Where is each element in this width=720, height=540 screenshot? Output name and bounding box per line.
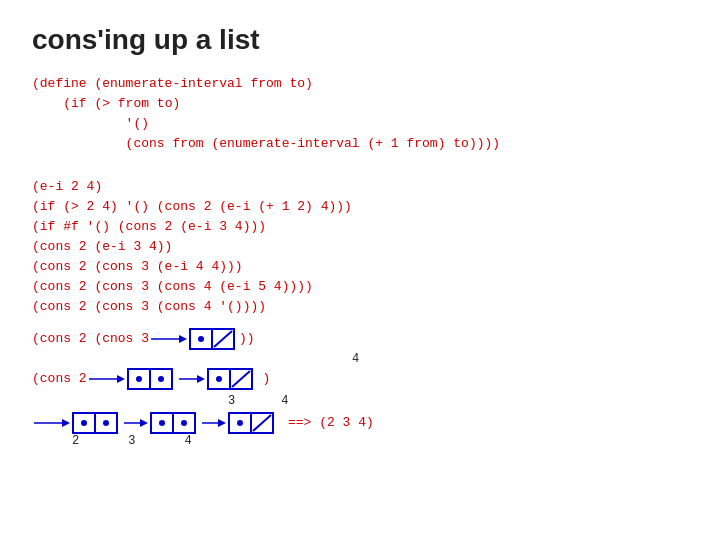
diag-row3-arrow2: [200, 412, 228, 434]
define-block: (define (enumerate-interval from to) (if…: [32, 74, 688, 155]
svg-point-11: [158, 376, 164, 382]
diag-row2-arrow1: [87, 368, 127, 390]
diag-row3-result: ==> (2 3 4): [288, 415, 374, 430]
diag-row1-label: (cons 2 (cnos 3: [32, 331, 149, 346]
diag-row3-cell2: [150, 412, 200, 434]
svg-marker-19: [62, 419, 70, 427]
diag-row2-suffix: ): [263, 371, 271, 386]
eval-line-6: (cons 2 (cons 3 (cons 4 (e-i 5 4)))): [32, 277, 688, 297]
eval-line-1: (e-i 2 4): [32, 177, 688, 197]
diag-row1-num: 4: [352, 352, 688, 366]
diag-row3-arrow0: [32, 412, 72, 434]
svg-point-16: [216, 376, 222, 382]
svg-point-22: [81, 420, 87, 426]
svg-point-29: [181, 420, 187, 426]
eval-line-2: (if (> 2 4) '() (cons 2 (e-i (+ 1 2) 4))…: [32, 197, 688, 217]
eval-line-7: (cons 2 (cons 3 (cons 4 '()))): [32, 297, 688, 317]
page: cons'ing up a list (define (enumerate-in…: [0, 0, 720, 540]
eval-line-4: (cons 2 (e-i 3 4)): [32, 237, 688, 257]
define-line-1: (define (enumerate-interval from to): [32, 74, 688, 94]
svg-point-28: [159, 420, 165, 426]
svg-point-34: [237, 420, 243, 426]
svg-marker-13: [197, 375, 205, 383]
page-title: cons'ing up a list: [32, 24, 688, 56]
svg-marker-25: [140, 419, 148, 427]
diag-row1-cell: [189, 328, 239, 350]
diag-row3-nums: 2 3 4: [72, 434, 688, 448]
svg-point-10: [136, 376, 142, 382]
svg-marker-31: [218, 419, 226, 427]
diag-row1-suffix: )): [239, 331, 255, 346]
define-line-2: (if (> from to): [32, 94, 688, 114]
diag-row2-arrow2: [177, 368, 207, 390]
diag-row2-cell1: [127, 368, 177, 390]
eval-line-3: (if #f '() (cons 2 (e-i 3 4))): [32, 217, 688, 237]
diag-row2-nums: 3 4: [228, 394, 688, 408]
diag-row1-arrow: [149, 328, 189, 350]
define-line-4: (cons from (enumerate-interval (+ 1 from…: [32, 134, 688, 154]
diag-row2-label: (cons 2: [32, 371, 87, 386]
eval-block: (e-i 2 4) (if (> 2 4) '() (cons 2 (e-i (…: [32, 177, 688, 318]
svg-marker-7: [117, 375, 125, 383]
svg-marker-1: [179, 335, 187, 343]
diag-row3-cell1: [72, 412, 122, 434]
diag-row2-cell2: [207, 368, 257, 390]
svg-point-23: [103, 420, 109, 426]
diagram-section: (cons 2 (cnos 3 )) 4 (cons 2: [32, 328, 688, 448]
eval-line-5: (cons 2 (cons 3 (e-i 4 4))): [32, 257, 688, 277]
svg-point-4: [198, 336, 204, 342]
diag-row3-arrow1: [122, 412, 150, 434]
define-line-3: '(): [32, 114, 688, 134]
diag-row3-cell3: [228, 412, 278, 434]
